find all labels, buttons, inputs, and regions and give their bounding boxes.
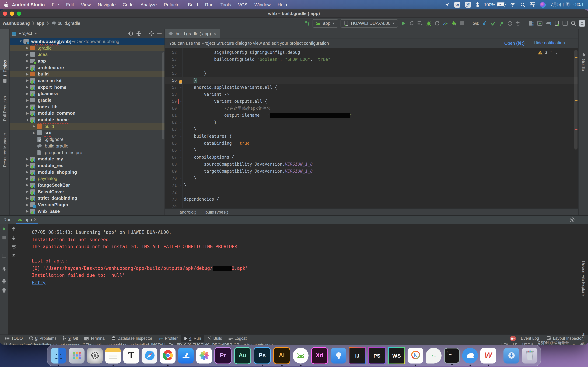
line-separator[interactable]: LF: [513, 342, 518, 345]
open-project-structure-link[interactable]: Open (⌘;): [504, 41, 525, 46]
fold-marker[interactable]: ▴: [178, 121, 184, 124]
code-line-66[interactable]: 66▴ }: [165, 147, 578, 154]
code-line-69[interactable]: 69 targetCompatibility JavaVersion.VERSI…: [165, 168, 578, 175]
fold-marker[interactable]: ▴: [178, 184, 184, 187]
dock-icon-lanhu[interactable]: [462, 348, 478, 363]
project-structure-icon[interactable]: [528, 20, 535, 26]
dock-icon-illustrator[interactable]: Ai: [273, 347, 290, 364]
fold-marker[interactable]: ▴: [178, 176, 184, 180]
sync-gradle-icon[interactable]: [545, 20, 551, 26]
code-editor[interactable]: 3 ⌃ ⌄ 52 signingConfig signingConfigs.de…: [165, 48, 578, 208]
attach-debugger-icon[interactable]: [451, 20, 457, 26]
stop-button[interactable]: [1, 235, 7, 241]
code-line-68[interactable]: 68 sourceCompatibility JavaVersion.VERSI…: [165, 161, 578, 168]
tree-item-module-res[interactable]: ▶module_res: [10, 162, 164, 169]
menu-help[interactable]: Help: [274, 0, 291, 9]
chevron-right-icon[interactable]: ▶: [25, 46, 30, 50]
dock-icon-settings[interactable]: [87, 348, 103, 363]
apply-changes-icon[interactable]: [409, 20, 415, 26]
tree-item-gradle[interactable]: ▶gradle: [10, 97, 164, 103]
dock-icon-androidstudio[interactable]: [293, 348, 309, 363]
breadcrumb-buildtypes[interactable]: buildTypes{}: [205, 209, 228, 214]
fold-marker[interactable]: ▾: [178, 198, 184, 201]
breadcrumb-android[interactable]: android{}: [180, 209, 196, 214]
dock-icon-finder[interactable]: [51, 348, 66, 363]
dock-icon-wps[interactable]: W: [480, 348, 496, 363]
chevron-right-icon[interactable]: ▶: [25, 53, 30, 56]
breadcrumb-module[interactable]: app: [37, 21, 44, 26]
window-titlebar[interactable]: whb – build.gradle (:app): [0, 9, 588, 18]
menu-file[interactable]: File: [48, 0, 63, 9]
chevron-down-icon[interactable]: ▼: [18, 40, 24, 43]
toolwindow-button-build[interactable]: Build: [204, 335, 225, 342]
dock-icon-audition[interactable]: Au: [234, 347, 251, 364]
close-icon[interactable]: ✕: [34, 217, 37, 222]
tree-item-selectcover[interactable]: ▶SelectCover: [10, 188, 164, 195]
toolwindow-button-problems[interactable]: 6: Problems: [26, 335, 60, 342]
fold-marker[interactable]: ▾: [178, 156, 184, 159]
user-avatar[interactable]: [579, 20, 585, 26]
coverage-icon[interactable]: [434, 20, 440, 26]
chevron-right-icon[interactable]: ▶: [25, 105, 30, 108]
project-tree-scrollbar[interactable]: [162, 52, 164, 140]
toolwindow-button-terminal[interactable]: Terminal: [81, 335, 109, 342]
dock-icon-intellij[interactable]: IJ: [349, 347, 366, 364]
chevron-right-icon[interactable]: ▶: [25, 164, 30, 167]
code-line-65[interactable]: 65 dataBinding = true: [165, 140, 578, 147]
editor-tab-build-gradle[interactable]: build.gradle (:app) ✕: [165, 29, 220, 38]
device-manager-icon[interactable]: [554, 20, 560, 26]
menu-edit[interactable]: Edit: [63, 0, 78, 9]
fold-marker[interactable]: ▾: [178, 134, 184, 138]
menu-navigate[interactable]: Navigate: [94, 0, 119, 9]
gear-icon[interactable]: [148, 31, 154, 36]
caret-position[interactable]: 4:76: [501, 342, 508, 345]
warning-stripe-mark[interactable]: [575, 100, 578, 101]
code-line-53[interactable]: 53 buildConfigField "boolean", "SHOW_LOG…: [165, 56, 578, 63]
git-update-icon[interactable]: [482, 20, 488, 26]
project-view-selector[interactable]: Project: [18, 31, 32, 36]
code-line-56[interactable]: 56▴ }: [165, 77, 578, 84]
code-line-63[interactable]: 63▴ }: [165, 126, 578, 133]
dock-icon-navicat[interactable]: [407, 348, 423, 363]
menu-build[interactable]: Build: [184, 0, 202, 9]
gear-icon[interactable]: [569, 217, 575, 223]
code-line-54[interactable]: 54: [165, 63, 578, 70]
run-button[interactable]: [401, 20, 406, 26]
dock-icon-photos[interactable]: [196, 348, 212, 363]
dock-icon-webstorm[interactable]: WS: [388, 347, 405, 364]
chevron-right-icon[interactable]: ▶: [25, 98, 30, 102]
next-warning-icon[interactable]: ⌄: [555, 50, 558, 54]
code-line-72[interactable]: 72: [165, 189, 578, 196]
dock-icon-phpstorm[interactable]: PS: [368, 347, 386, 364]
status-session-message[interactable]: Session 'app': Installation did not succ…: [9, 342, 273, 345]
menu-code[interactable]: Code: [119, 0, 137, 9]
print-icon[interactable]: [1, 279, 7, 284]
tree-item-module-shopping[interactable]: ▶module_shopping: [10, 169, 164, 175]
chevron-right-icon[interactable]: ▶: [25, 59, 30, 63]
code-line-61[interactable]: 61 outputFileName = "": [165, 112, 578, 119]
dock-icon-notes[interactable]: [105, 348, 121, 363]
toolwindow-button-todo[interactable]: TODO: [2, 335, 26, 342]
stop-button[interactable]: [459, 20, 465, 26]
toolwindow-button-git[interactable]: 9: Git: [60, 335, 81, 342]
menubar-app-name[interactable]: Android Studio: [9, 2, 48, 7]
collapse-all-icon[interactable]: [136, 31, 142, 36]
menu-tools[interactable]: Tools: [217, 0, 235, 9]
tree-item--gradle[interactable]: ▶.gradle: [10, 45, 164, 51]
fold-marker[interactable]: ▴: [178, 128, 184, 131]
fold-marker[interactable]: ▾: [178, 86, 184, 89]
code-line-73[interactable]: 73▾dependencies {: [165, 196, 578, 203]
tree-item-index-lib[interactable]: ▶index_lib: [10, 103, 164, 110]
clear-console-icon[interactable]: [1, 287, 7, 293]
run-configuration-selector[interactable]: app ▼: [312, 19, 338, 27]
sdk-manager-icon[interactable]: [562, 20, 568, 26]
chevron-right-icon[interactable]: ▶: [25, 92, 30, 95]
tree-item--gitignore[interactable]: .gitignore: [10, 136, 164, 143]
code-line-58[interactable]: 58 variant ->: [165, 91, 578, 98]
code-line-64[interactable]: 64▾ buildFeatures {: [165, 133, 578, 140]
dock-icon-appstore[interactable]: [178, 348, 194, 363]
location-icon[interactable]: [445, 1, 450, 8]
toolwindow-button-logcat[interactable]: Logcat: [225, 335, 250, 342]
search-everywhere-icon[interactable]: [571, 20, 576, 26]
fold-marker[interactable]: ▾: [178, 100, 184, 103]
